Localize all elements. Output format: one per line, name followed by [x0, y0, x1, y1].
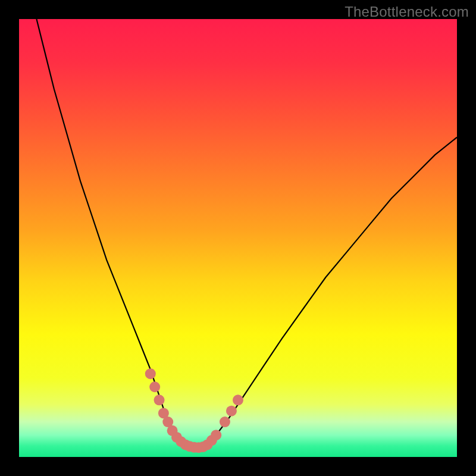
- marker-dot: [211, 430, 221, 440]
- plot-area: [19, 19, 457, 457]
- marker-dot: [149, 381, 160, 392]
- curve-layer: [19, 19, 457, 457]
- chart-frame: TheBottleneck.com: [0, 0, 476, 476]
- marker-dot: [145, 368, 156, 379]
- watermark-text: TheBottleneck.com: [345, 4, 469, 20]
- bottleneck-curve: [36, 19, 457, 448]
- marker-dot: [233, 394, 243, 405]
- marker-dot: [226, 406, 237, 416]
- marker-dot: [154, 394, 165, 405]
- curve-markers: [145, 368, 243, 453]
- marker-dot: [220, 416, 230, 427]
